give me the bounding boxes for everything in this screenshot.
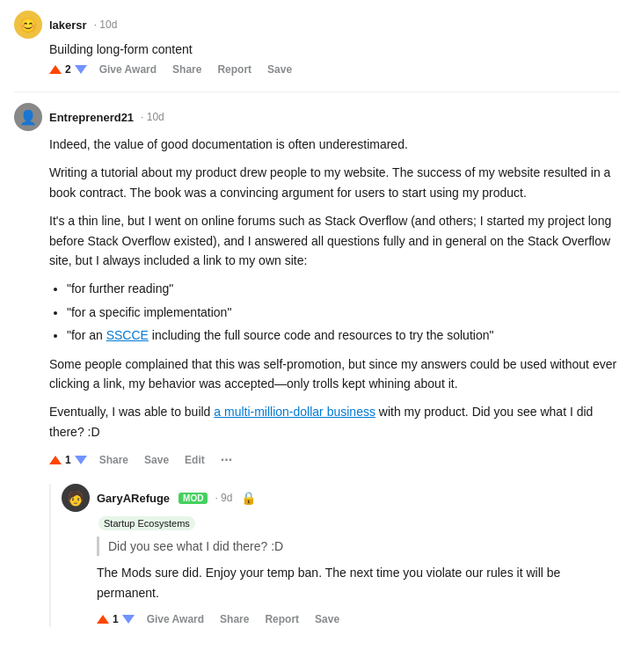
username-entreprenerd21: Entreprenerd21	[49, 111, 134, 124]
gary-response: The Mods sure did. Enjoy your temp ban. …	[97, 563, 620, 603]
vote-group-lakersr: 2	[49, 63, 87, 76]
upvote-button-gary[interactable]	[97, 615, 109, 624]
vote-count-gary: 1	[113, 613, 119, 625]
action-bar-entreprenerd21: 1 Share Save Edit ···	[49, 450, 620, 470]
comment-header-entreprenerd21: 👤 Entreprenerd21 · 10d	[14, 103, 620, 131]
report-button-gary[interactable]: Report	[261, 611, 302, 627]
share-button-lakersr[interactable]: Share	[169, 62, 205, 77]
list-item-3: "for an SSCCE including the full source …	[67, 325, 620, 345]
comment-content-lakersr: Building long-form content 2 Give Award …	[49, 42, 620, 77]
comment-content-entreprenerd21: Indeed, the value of good documentation …	[49, 135, 620, 470]
downvote-button-lakersr[interactable]	[75, 65, 87, 74]
action-bar-lakersr: 2 Give Award Share Report Save	[49, 62, 620, 77]
comment-header-gary: 🧑 GaryARefuge MOD · 9d 🔒	[62, 484, 620, 512]
share-button-gary[interactable]: Share	[216, 611, 252, 627]
save-button-lakersr[interactable]: Save	[264, 62, 295, 77]
avatar-entreprenerd21: 👤	[14, 103, 42, 131]
downvote-button-gary[interactable]	[122, 615, 135, 624]
comment-header-lakersr: 😊 lakersr · 10d	[14, 11, 620, 39]
para-2: Writing a tutorial about my product drew…	[49, 163, 620, 202]
list-item-1: "for further reading"	[67, 279, 620, 298]
edit-button-entreprenerd21[interactable]: Edit	[181, 452, 208, 468]
business-link[interactable]: a multi-million-dollar business	[214, 405, 375, 419]
save-button-gary[interactable]: Save	[311, 611, 343, 627]
mod-badge-gary: MOD	[179, 493, 208, 504]
timestamp-entreprenerd21: · 10d	[141, 111, 164, 123]
divider-1	[14, 91, 620, 92]
username-lakersr: lakersr	[49, 18, 87, 32]
avatar-gary: 🧑	[62, 484, 90, 512]
para-4: Some people complained that this was sel…	[49, 354, 620, 394]
more-button-entreprenerd21[interactable]: ···	[217, 450, 236, 470]
para-1: Indeed, the value of good documentation …	[49, 135, 620, 154]
save-button-entreprenerd21[interactable]: Save	[141, 452, 172, 468]
report-button-lakersr[interactable]: Report	[214, 62, 255, 77]
sscce-link[interactable]: SSCCE	[106, 328, 149, 342]
para-5: Eventually, I was able to build a multi-…	[49, 402, 620, 442]
bullet-list: "for further reading" "for a specific im…	[67, 279, 620, 345]
vote-group-gary: 1	[97, 613, 135, 625]
share-button-entreprenerd21[interactable]: Share	[96, 452, 132, 468]
comment-entreprenerd21: 👤 Entreprenerd21 · 10d Indeed, the value…	[14, 103, 620, 470]
comment-body-gary: Did you see what I did there? :D The Mod…	[97, 537, 620, 603]
lock-icon-gary: 🔒	[241, 491, 256, 505]
para-3: It's a thin line, but I went on online f…	[49, 211, 620, 270]
list-item-2: "for a specific implementation"	[67, 303, 620, 322]
comment-lakersr: 😊 lakersr · 10d Building long-form conte…	[14, 11, 620, 77]
avatar-lakersr: 😊	[14, 11, 42, 39]
timestamp-gary: · 9d	[215, 492, 232, 504]
nested-comment-gary: 🧑 GaryARefuge MOD · 9d 🔒 Startup Ecosyst…	[49, 484, 620, 627]
vote-group-entreprenerd21: 1	[49, 454, 87, 466]
give-award-button-lakersr[interactable]: Give Award	[96, 62, 160, 77]
username-gary: GaryARefuge	[97, 492, 170, 505]
downvote-button-entreprenerd21[interactable]	[75, 456, 87, 464]
give-award-button-gary[interactable]: Give Award	[143, 611, 208, 627]
quote-block-gary: Did you see what I did there? :D	[97, 537, 620, 556]
comment-title-lakersr: Building long-form content	[49, 42, 620, 56]
flair-gary: Startup Ecosystems	[98, 516, 195, 530]
action-bar-gary: 1 Give Award Share Report Save	[97, 611, 620, 627]
upvote-button-lakersr[interactable]	[49, 65, 62, 74]
comment-body-entreprenerd21: Indeed, the value of good documentation …	[49, 135, 620, 442]
timestamp-lakersr: · 10d	[94, 18, 118, 31]
upvote-button-entreprenerd21[interactable]	[49, 456, 62, 464]
vote-count-lakersr: 2	[65, 63, 71, 76]
vote-count-entreprenerd21: 1	[65, 454, 71, 466]
comment-content-gary: Startup Ecosystems Did you see what I di…	[97, 515, 620, 627]
